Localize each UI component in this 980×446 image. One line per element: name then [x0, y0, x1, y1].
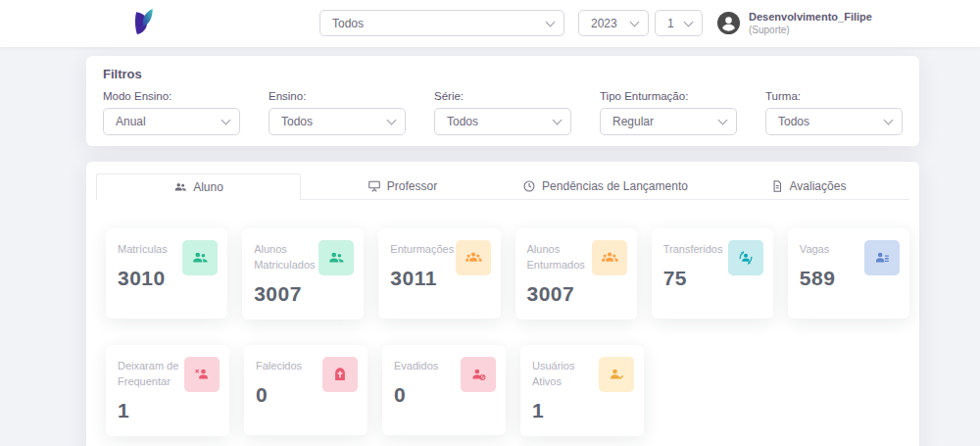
transfer-person-icon: [728, 240, 763, 275]
filters-title: Filtros: [103, 67, 903, 81]
filter-select[interactable]: Anual: [103, 108, 240, 135]
person-remove-icon: [461, 357, 496, 392]
stat-card: Vagas 589: [788, 228, 909, 319]
students-icon: [182, 240, 218, 275]
filter-select[interactable]: Todos: [434, 108, 571, 135]
filter-field: Tipo Enturmação: Regular: [600, 90, 737, 135]
main-panel: Aluno Professor Pendências de Lançamento…: [86, 162, 919, 446]
user-name: Desenvolvimento_Filipe: [749, 11, 872, 25]
filter-select[interactable]: Regular: [600, 108, 737, 135]
stat-card-label: Transferidos: [663, 242, 734, 258]
filter-label: Ensino:: [269, 90, 406, 102]
filter-label: Turma:: [765, 90, 903, 102]
tab-label: Professor: [387, 179, 437, 193]
stat-card: Alunos Enturmados 3007: [515, 228, 637, 320]
person-icon: [717, 12, 740, 34]
tab-label: Avaliações: [790, 179, 847, 193]
tombstone-icon: [322, 357, 358, 392]
stat-card-label: Alunos Enturmados: [527, 242, 598, 273]
filter-label: Tipo Enturmação:: [600, 90, 737, 102]
filter-field: Ensino: Todos: [269, 90, 406, 135]
user-role: (Suporte): [749, 25, 872, 36]
vacancy-person-icon: [864, 240, 900, 275]
stat-cards-row-1: Matrículas 3010 Alunos Matriculados 3007…: [106, 228, 909, 320]
chevron-down-icon: [387, 116, 397, 125]
chevron-down-icon: [221, 116, 231, 125]
stat-card-label: Enturmações: [390, 242, 461, 258]
group-icon: [592, 240, 627, 275]
filter-field: Série: Todos: [434, 90, 571, 135]
filter-label: Série:: [434, 90, 571, 102]
chevron-down-icon: [553, 116, 563, 125]
filter-field: Turma: Todos: [765, 90, 903, 135]
people-icon: [173, 180, 187, 194]
avatar: [717, 12, 740, 34]
tab-label: Pendências de Lançamento: [542, 179, 688, 193]
stat-card-label: Alunos Matriculados: [254, 242, 324, 273]
stat-card-value: 1: [118, 399, 218, 422]
top-bar: Todos 2023 1 Desenvolvimento_Filipe (Sup…: [0, 0, 980, 47]
stat-card-value: 3007: [254, 282, 352, 306]
stat-card: Transferidos 75: [652, 228, 773, 319]
stat-card-label: Evadidos: [394, 359, 465, 374]
filter-select[interactable]: Todos: [269, 108, 406, 135]
stat-card: Evadidos 0: [382, 345, 506, 435]
tab[interactable]: Pendências de Lançamento: [504, 173, 707, 200]
stat-card-label: Falecidos: [256, 359, 326, 374]
stat-card-label: Deixaram de Frequentar: [118, 359, 188, 390]
chevron-down-icon: [718, 116, 728, 125]
stat-card: Falecidos 0: [244, 345, 368, 435]
teacher-icon: [368, 179, 381, 193]
filter-label: Modo Ensino:: [103, 90, 240, 102]
students-icon: [318, 240, 354, 275]
tab-label: Aluno: [193, 180, 223, 194]
chevron-down-icon: [546, 17, 556, 26]
stat-card: Deixaram de Frequentar 1: [106, 345, 229, 436]
user-menu[interactable]: Desenvolvimento_Filipe (Suporte): [717, 11, 872, 36]
clock-icon: [522, 179, 536, 193]
scope-select-value: Todos: [332, 17, 364, 30]
stat-cards-row-2: Deixaram de Frequentar 1 Falecidos 0 Eva…: [106, 345, 909, 436]
person-x-icon: [184, 357, 220, 392]
app-logo-icon[interactable]: [125, 5, 163, 42]
filter-select-value: Anual: [116, 115, 146, 128]
document-icon: [770, 179, 784, 193]
chevron-down-icon: [684, 17, 694, 26]
chevron-down-icon: [630, 17, 640, 26]
stat-card: Enturmações 3011: [378, 228, 500, 319]
filters-card: Filtros Modo Ensino: Anual Ensino: Todos…: [86, 56, 919, 146]
filter-select-value: Regular: [612, 115, 654, 128]
stat-card: Matrículas 3010: [106, 228, 227, 319]
chevron-down-icon: [884, 116, 894, 125]
period-select-value: 1: [667, 17, 674, 30]
filter-select-value: Todos: [778, 115, 809, 128]
year-select-value: 2023: [591, 17, 617, 30]
tab[interactable]: Avaliações: [707, 173, 909, 200]
stat-card-label: Matrículas: [118, 242, 188, 258]
tab[interactable]: Professor: [301, 173, 504, 200]
tab[interactable]: Aluno: [96, 173, 301, 200]
stat-card-label: Vagas: [800, 242, 870, 258]
stat-card: Alunos Matriculados 3007: [242, 228, 364, 320]
group-icon: [456, 240, 491, 275]
filter-select[interactable]: Todos: [765, 108, 903, 135]
stat-card: Usuários Ativos 1: [520, 345, 644, 436]
filter-select-value: Todos: [281, 115, 313, 128]
person-check-icon: [599, 357, 634, 392]
scope-select[interactable]: Todos: [319, 10, 564, 36]
filter-select-value: Todos: [447, 115, 478, 128]
period-select[interactable]: 1: [655, 10, 703, 36]
stat-card-value: 3007: [527, 282, 625, 306]
stat-card-value: 1: [532, 399, 632, 422]
year-select[interactable]: 2023: [578, 10, 649, 36]
tab-bar: Aluno Professor Pendências de Lançamento…: [96, 173, 909, 200]
filter-field: Modo Ensino: Anual: [103, 90, 240, 135]
filter-row: Modo Ensino: Anual Ensino: Todos Série: …: [103, 90, 903, 135]
stat-card-label: Usuários Ativos: [532, 359, 603, 390]
